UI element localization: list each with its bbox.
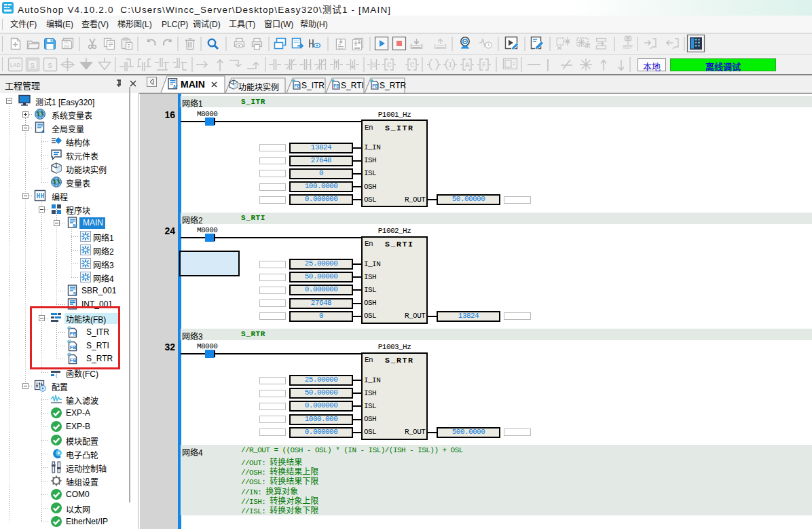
svg-text:FB: FB: [333, 84, 339, 88]
svg-text:S: S: [31, 62, 35, 70]
svg-text:I: I: [448, 61, 453, 69]
svg-text:M: M: [73, 223, 77, 229]
svg-text:A: A: [465, 61, 470, 69]
svg-text:C: C: [410, 61, 415, 69]
svg-text:C: C: [387, 61, 392, 69]
svg-text:( ): ( ): [55, 372, 62, 378]
svg-text:LAD: LAD: [10, 62, 20, 69]
svg-text:M: M: [173, 84, 178, 90]
svg-text:S: S: [372, 61, 377, 69]
svg-text:F: F: [482, 61, 487, 69]
svg-text:S: S: [48, 62, 53, 70]
svg-text:FB: FB: [294, 84, 300, 88]
svg-text:S: S: [73, 291, 76, 297]
svg-text:TEST: TEST: [623, 45, 633, 50]
svg-text:FB: FB: [372, 84, 378, 88]
